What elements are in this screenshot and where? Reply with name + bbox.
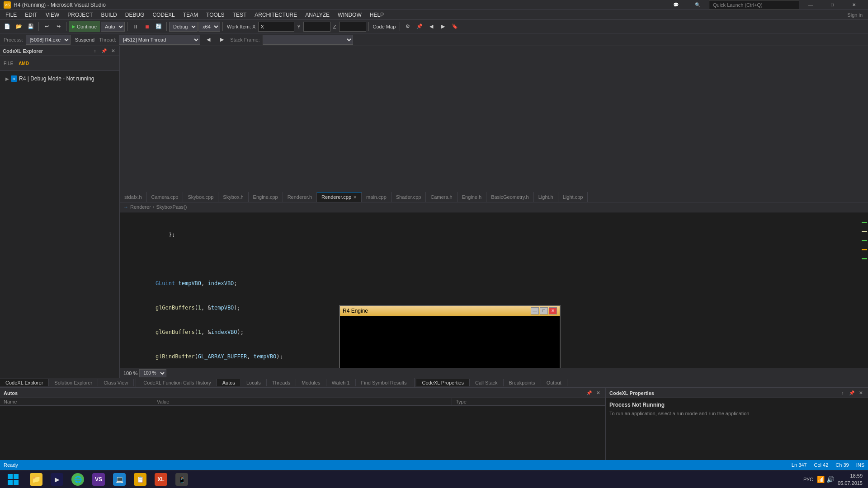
tab-stdafx[interactable]: stdafx.h xyxy=(120,192,147,202)
codexl-pin-icon[interactable]: 📌 xyxy=(848,389,855,397)
menu-analyze[interactable]: ANALYZE xyxy=(302,11,333,19)
tab-skybox-h[interactable]: Skybox.h xyxy=(218,192,248,202)
codexl-expand-icon[interactable]: ↕ xyxy=(839,389,846,397)
stop-btn[interactable]: ⏹ xyxy=(142,21,152,32)
sidebar-pin-icon[interactable]: 📌 xyxy=(100,47,108,55)
r4-window-titlebar[interactable]: R4 Engine — □ ✕ xyxy=(340,306,560,316)
debug-mode-dropdown[interactable]: Debug xyxy=(169,22,198,32)
thread-nav-prev[interactable]: ◀ xyxy=(203,34,214,45)
bottom-tab-codexl-history[interactable]: CodeXL Function Calls History xyxy=(138,379,217,386)
work-item-y[interactable] xyxy=(303,22,330,32)
bottom-tab-solution-explorer[interactable]: Solution Explorer xyxy=(49,379,98,386)
sidebar-tree-item-r4[interactable]: ▶ R R4 | Debug Mode - Not running xyxy=(4,75,116,83)
tab-main-cpp[interactable]: main.cpp xyxy=(362,192,392,202)
search-box[interactable]: Quick Launch (Ctrl+Q) xyxy=(709,0,799,10)
autos-pin-icon[interactable]: 📌 xyxy=(585,389,593,397)
bottom-tab-modules[interactable]: Modules xyxy=(296,379,326,386)
taskbar-app-media[interactable]: ▶ xyxy=(47,471,67,488)
tab-camera-cpp[interactable]: Camera.cpp xyxy=(147,192,184,202)
taskbar-app-windows[interactable]: 💻 xyxy=(109,471,129,488)
tab-engine-h[interactable]: Engine.h xyxy=(458,192,486,202)
r4-maximize-btn[interactable]: □ xyxy=(540,307,548,314)
work-item-x[interactable] xyxy=(258,22,294,32)
codemap-btn[interactable]: Code Map xyxy=(371,21,398,32)
menu-test[interactable]: TEST xyxy=(229,11,250,19)
thread-nav-next[interactable]: ▶ xyxy=(217,34,227,45)
tab-renderer-h[interactable]: Renderer.h xyxy=(283,192,317,202)
menu-tools[interactable]: TOOLS xyxy=(203,11,228,19)
sidebar-expand-icon[interactable]: ↕ xyxy=(91,47,99,55)
bottom-tab-threads[interactable]: Threads xyxy=(267,379,296,386)
thread-dropdown[interactable]: [4512] Main Thread xyxy=(119,35,200,45)
zoom-dropdown[interactable]: 100 % xyxy=(139,369,166,377)
taskbar-app-6[interactable]: 📋 xyxy=(130,471,150,488)
bottom-tab-breakpoints[interactable]: Breakpoints xyxy=(504,379,541,386)
pause-btn[interactable]: ⏸ xyxy=(130,21,141,32)
codexl-close-icon[interactable]: ✕ xyxy=(857,389,864,397)
taskbar-app-7[interactable]: XL xyxy=(151,471,171,488)
tab-close-icon[interactable]: ✕ xyxy=(353,195,357,200)
bookmark-btn[interactable]: 🔖 xyxy=(449,21,460,32)
r4-close-btn[interactable]: ✕ xyxy=(549,307,557,314)
menu-team[interactable]: TEAM xyxy=(179,11,202,19)
redo-btn[interactable]: ↪ xyxy=(53,21,64,32)
bottom-tab-find-symbol[interactable]: Find Symbol Results xyxy=(356,379,413,386)
menu-architecture[interactable]: ARCHITECTURE xyxy=(251,11,301,19)
feedback-icon[interactable]: 🔍 xyxy=(687,0,708,10)
bottom-tab-watch1[interactable]: Watch 1 xyxy=(326,379,356,386)
close-button[interactable]: ✕ xyxy=(844,0,864,10)
menu-project[interactable]: PROJECT xyxy=(64,11,96,19)
tab-renderer-cpp[interactable]: Renderer.cpp ✕ xyxy=(317,192,362,202)
tab-engine-cpp[interactable]: Engine.cpp xyxy=(249,192,283,202)
taskbar-lang[interactable]: РУС xyxy=(803,477,813,482)
open-btn[interactable]: 📂 xyxy=(14,21,24,32)
taskbar-app-explorer[interactable]: 📁 xyxy=(26,471,46,488)
menu-debug[interactable]: DEBUG xyxy=(122,11,148,19)
stack-frame-dropdown[interactable] xyxy=(263,35,353,45)
menu-build[interactable]: BUILD xyxy=(97,11,120,19)
maximize-button[interactable]: □ xyxy=(822,0,843,10)
bottom-tab-class-view[interactable]: Class View xyxy=(98,379,134,386)
restart-btn[interactable]: 🔄 xyxy=(153,21,164,32)
bottom-tab-locals[interactable]: Locals xyxy=(241,379,267,386)
taskbar-start-button[interactable] xyxy=(2,470,24,488)
tab-basicgeometry-h[interactable]: BasicGeometry.h xyxy=(486,192,534,202)
bottom-tab-codexl-props[interactable]: CodeXL Properties xyxy=(416,379,470,386)
settings-btn[interactable]: ⚙ xyxy=(402,21,413,32)
platform-dropdown[interactable]: x64 xyxy=(198,22,220,32)
nav-next-btn[interactable]: ▶ xyxy=(438,21,448,32)
nav-prev-btn[interactable]: ◀ xyxy=(426,21,437,32)
pin-btn[interactable]: 📌 xyxy=(414,21,425,32)
tab-skybox-cpp[interactable]: Skybox.cpp xyxy=(183,192,218,202)
continue-mode-dropdown[interactable]: Auto xyxy=(101,22,125,32)
process-dropdown[interactable]: [5008] R4.exe xyxy=(26,35,71,45)
taskbar-network-icon[interactable]: 📶 xyxy=(817,476,825,483)
menu-codexl[interactable]: CODEXL xyxy=(149,11,178,19)
bottom-tab-autos[interactable]: Autos xyxy=(217,379,241,386)
bottom-tab-output[interactable]: Output xyxy=(541,379,567,386)
work-item-z[interactable] xyxy=(339,22,366,32)
suspend-btn[interactable]: Suspend xyxy=(73,34,96,45)
bottom-tab-codexl-explorer[interactable]: CodeXL Explorer xyxy=(0,379,49,386)
sidebar-close-icon[interactable]: ✕ xyxy=(109,47,117,55)
sidebar-file-tab[interactable]: FILE xyxy=(2,58,15,69)
continue-btn[interactable]: ▶ Continue xyxy=(69,21,100,32)
tab-light-cpp[interactable]: Light.cpp xyxy=(558,192,588,202)
notification-icon[interactable]: 💬 xyxy=(665,0,686,10)
r4-engine-window[interactable]: R4 Engine — □ ✕ xyxy=(339,305,561,368)
taskbar-app-vs[interactable]: VS xyxy=(89,471,108,488)
undo-btn[interactable]: ↩ xyxy=(41,21,52,32)
bottom-tab-call-stack[interactable]: Call Stack xyxy=(470,379,504,386)
taskbar-volume-icon[interactable]: 🔊 xyxy=(826,476,834,483)
save-btn[interactable]: 💾 xyxy=(25,21,36,32)
tab-camera-h[interactable]: Camera.h xyxy=(426,192,457,202)
taskbar-app-browser[interactable]: 🌐 xyxy=(68,471,88,488)
new-project-btn[interactable]: 📄 xyxy=(2,21,13,32)
minimize-button[interactable]: — xyxy=(800,0,821,10)
taskbar-clock[interactable]: 18:59 05.07.2015 xyxy=(838,472,863,487)
autos-close-icon[interactable]: ✕ xyxy=(594,389,602,397)
menu-edit[interactable]: EDIT xyxy=(21,11,41,19)
sign-in-label[interactable]: Sign in xyxy=(844,12,866,18)
menu-file[interactable]: FILE xyxy=(2,11,20,19)
r4-minimize-btn[interactable]: — xyxy=(531,307,539,314)
